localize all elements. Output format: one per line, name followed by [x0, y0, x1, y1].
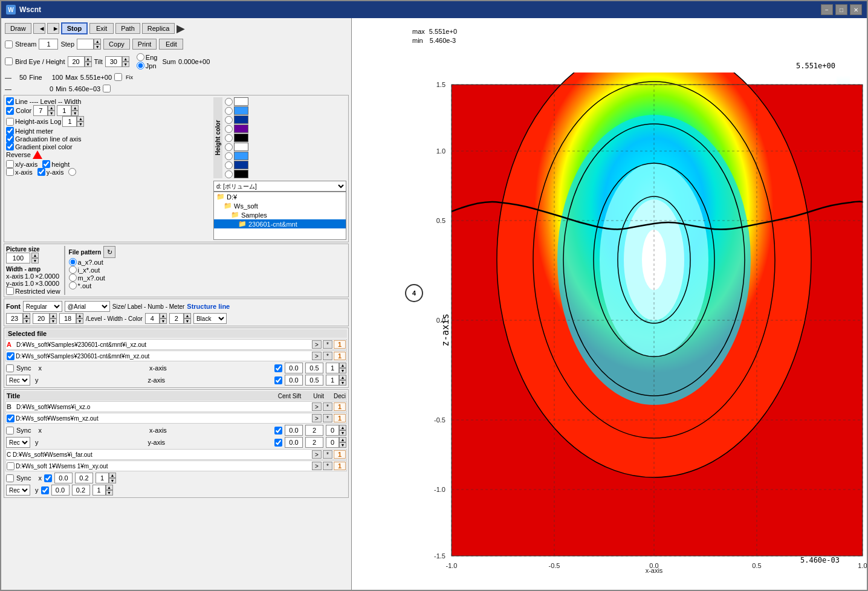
copy-button[interactable]: Copy — [103, 39, 130, 50]
x-val3-down[interactable]: ▼ — [339, 368, 346, 373]
hc-radio-2[interactable] — [225, 107, 233, 115]
exit-button[interactable]: Exit — [89, 23, 114, 34]
jpn-radio[interactable] — [137, 62, 144, 69]
step-input[interactable]: 1 — [77, 39, 94, 50]
tilt-up[interactable]: ▲ — [122, 56, 129, 62]
pattern-3-radio[interactable] — [69, 274, 77, 282]
stream-input[interactable] — [39, 39, 58, 50]
color-checkbox[interactable] — [6, 107, 14, 115]
last-radio[interactable] — [68, 168, 76, 176]
meter-size-input[interactable] — [59, 313, 76, 324]
x3-val3-input[interactable] — [96, 473, 109, 483]
color-width-input[interactable] — [57, 105, 71, 116]
xy-axis-checkbox[interactable] — [6, 160, 14, 168]
y3-val3-input[interactable] — [92, 485, 106, 496]
file-b-arrow[interactable]: > — [312, 352, 322, 360]
maximize-button[interactable]: □ — [835, 4, 847, 15]
color-val-up[interactable]: ▲ — [48, 105, 55, 111]
x2-check[interactable] — [274, 427, 282, 434]
file-a-star[interactable]: * — [323, 340, 332, 349]
x2-val3-input[interactable] — [326, 425, 339, 436]
hc-radio-9[interactable] — [225, 170, 233, 178]
b2-arrow[interactable]: > — [312, 414, 322, 422]
y3-val1-input[interactable] — [51, 485, 70, 496]
pic-size-down[interactable]: ▼ — [31, 258, 39, 263]
bird-height-up[interactable]: ▲ — [85, 56, 92, 62]
height-axis-log-checkbox[interactable] — [6, 118, 14, 126]
color-val-input[interactable] — [33, 105, 48, 116]
d-star[interactable]: * — [323, 462, 332, 470]
x3-val3-up[interactable]: ▲ — [109, 473, 116, 478]
y3-check[interactable] — [41, 486, 49, 494]
x3-val1-input[interactable] — [54, 473, 73, 483]
x2-val2-input[interactable] — [305, 425, 323, 436]
font-name-select[interactable]: @Arial — [65, 301, 110, 312]
y2-val3-input[interactable] — [326, 437, 339, 448]
x-axis-checkbox[interactable] — [6, 168, 14, 176]
hc-radio-5[interactable] — [225, 134, 233, 142]
step-up[interactable]: ▲ — [94, 39, 101, 44]
struct-level-down[interactable]: ▼ — [160, 318, 167, 324]
pattern-1-radio[interactable] — [69, 258, 77, 266]
file-browser-dropdown[interactable]: d: [ボリューム] — [213, 181, 346, 192]
meter-size-down[interactable]: ▼ — [76, 318, 83, 324]
stop-button[interactable]: Stop — [61, 22, 88, 34]
numb-size-input[interactable] — [33, 313, 50, 324]
bird-eye-checkbox[interactable] — [5, 57, 13, 65]
height-log-up[interactable]: ▲ — [77, 116, 84, 121]
height-cb-checkbox[interactable] — [42, 160, 50, 168]
stream-checkbox[interactable] — [5, 40, 13, 48]
struct-width-input[interactable] — [169, 313, 184, 324]
y-val1-input[interactable] — [285, 375, 303, 386]
x2-val3-up[interactable]: ▲ — [339, 425, 346, 430]
b-arrow[interactable]: > — [312, 402, 322, 411]
y2-val3-down[interactable]: ▼ — [339, 442, 346, 448]
eng-radio[interactable] — [137, 53, 144, 61]
y-axis-checkbox[interactable] — [37, 168, 45, 176]
x-val2-input[interactable] — [305, 363, 323, 373]
struct-width-down[interactable]: ▼ — [184, 318, 191, 324]
y3-val3-down[interactable]: ▼ — [106, 490, 113, 496]
y-val2-input[interactable] — [305, 375, 323, 386]
struct-level-up[interactable]: ▲ — [160, 313, 167, 318]
b2-checkbox[interactable] — [7, 415, 15, 422]
meter-size-up[interactable]: ▲ — [76, 313, 83, 318]
y2-val3-up[interactable]: ▲ — [339, 437, 346, 442]
file-item-samples[interactable]: 📁 Samples — [214, 210, 346, 219]
close-button[interactable]: ✕ — [850, 4, 862, 15]
rect-2-select[interactable]: Rect — [6, 437, 30, 448]
nav-next-button[interactable]: ► — [47, 23, 59, 34]
rect-1-select[interactable]: Rect — [6, 375, 30, 386]
tilt-down[interactable]: ▼ — [122, 62, 129, 67]
label-size-down[interactable]: ▼ — [23, 318, 30, 324]
y-val3-down[interactable]: ▼ — [339, 380, 346, 386]
x2-val1-input[interactable] — [285, 425, 303, 436]
numb-size-down[interactable]: ▼ — [50, 318, 57, 324]
height-meter-checkbox[interactable] — [6, 127, 14, 135]
x3-val2-input[interactable] — [75, 473, 93, 483]
font-type-select[interactable]: Regular — [23, 301, 62, 312]
label-size-input[interactable] — [6, 313, 23, 324]
x2-val3-down[interactable]: ▼ — [339, 430, 346, 436]
y-val3-input[interactable] — [326, 375, 339, 386]
b-star[interactable]: * — [323, 402, 332, 411]
graduation-checkbox[interactable] — [6, 135, 14, 143]
c-arrow[interactable]: > — [312, 450, 322, 459]
hc-radio-1[interactable] — [225, 98, 233, 106]
file-b-star[interactable]: * — [323, 352, 332, 360]
struct-level-input[interactable] — [145, 313, 160, 324]
print-button[interactable]: Print — [132, 39, 157, 50]
y2-val2-input[interactable] — [305, 437, 323, 448]
numb-size-up[interactable]: ▲ — [50, 313, 57, 318]
file-a-arrow[interactable]: > — [312, 340, 322, 349]
bird-height-input[interactable] — [68, 56, 85, 67]
x-val3-up[interactable]: ▲ — [339, 363, 346, 368]
pattern-4-radio[interactable] — [69, 282, 77, 289]
y3-val2-input[interactable] — [72, 485, 90, 496]
file-item-drive[interactable]: 📁 D:¥ — [214, 192, 346, 201]
c-star[interactable]: * — [323, 450, 332, 459]
d-checkbox[interactable] — [7, 462, 15, 470]
play-button[interactable]: ▶ — [177, 22, 185, 35]
struct-color-select[interactable]: Black — [193, 313, 227, 324]
replica-button[interactable]: Replica — [142, 23, 175, 34]
